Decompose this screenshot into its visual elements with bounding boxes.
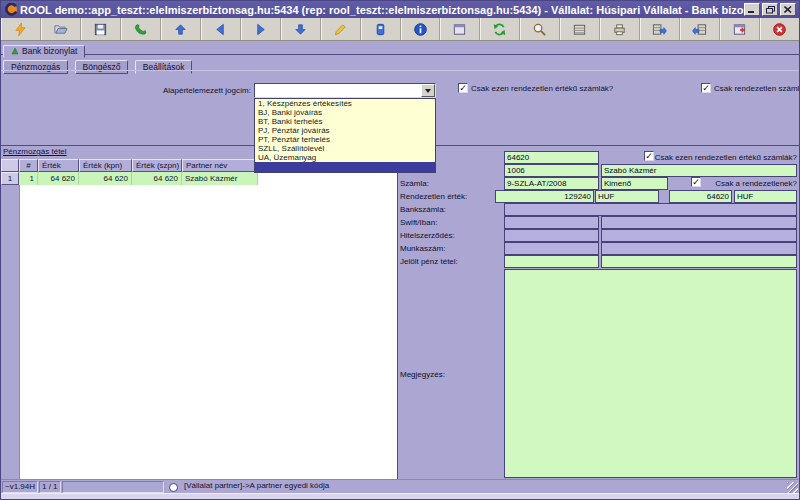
save-button[interactable] bbox=[81, 18, 121, 40]
status-hint: [Vállalat partner]->A partner egyedi kód… bbox=[182, 481, 783, 493]
refresh-icon bbox=[492, 22, 507, 37]
resize-grip[interactable] bbox=[787, 482, 798, 493]
arrow-left-icon bbox=[213, 22, 228, 37]
title-bar[interactable]: ROOL demo::app_teszt::elelmiszerbiztonsa… bbox=[1, 1, 799, 18]
szamla-direction-field[interactable]: Kimenő bbox=[601, 177, 668, 190]
check-mark-icon: ✓ bbox=[459, 83, 467, 93]
hitelszerzodes-field-1[interactable] bbox=[504, 229, 599, 242]
dropdown-option[interactable]: PT, Pénztár terhelés bbox=[255, 135, 435, 144]
bankszamla-label: Bankszámla: bbox=[400, 205, 446, 214]
restore-button[interactable] bbox=[762, 3, 778, 16]
megjegyzes-textarea[interactable] bbox=[504, 269, 797, 478]
first-record-button[interactable] bbox=[161, 18, 201, 40]
red-x-icon bbox=[772, 22, 787, 37]
window-bottom-edge bbox=[1, 493, 799, 500]
rendezetlen-currency1-field[interactable]: HUF bbox=[595, 190, 659, 203]
app-icon bbox=[5, 3, 18, 16]
partner-code-field[interactable]: 1006 bbox=[504, 164, 599, 177]
info-icon bbox=[413, 22, 428, 37]
arrow-down-icon bbox=[293, 22, 308, 37]
cell-ertek-kpn: 64 620 bbox=[79, 172, 132, 185]
jelolt-penz-field-2[interactable] bbox=[601, 255, 797, 268]
import-button[interactable] bbox=[680, 18, 720, 40]
ertek-field[interactable]: 64620 bbox=[504, 151, 599, 164]
hitelszerzodes-label: Hitelszerződés: bbox=[400, 231, 455, 240]
open-button[interactable] bbox=[41, 18, 81, 40]
megjegyzes-label: Megjegyzés: bbox=[400, 370, 445, 379]
close-button[interactable] bbox=[780, 3, 796, 16]
table-row[interactable]: 1 1 64 620 64 620 64 620 Szabó Kázmér bbox=[1, 172, 397, 185]
minimize-button[interactable] bbox=[744, 3, 760, 16]
default-title-combobox[interactable] bbox=[254, 83, 436, 98]
close-icon bbox=[784, 6, 792, 13]
content-area: Pénzmozgás tétel # Érték Érték (kpn) Ért… bbox=[1, 145, 799, 479]
column-header-ertek[interactable]: Érték bbox=[38, 159, 79, 172]
execute-button[interactable] bbox=[1, 18, 41, 40]
accept-button[interactable] bbox=[121, 18, 161, 40]
bankszamla-field[interactable] bbox=[504, 203, 797, 216]
cell-ertek-szpn: 64 620 bbox=[132, 172, 182, 185]
only-unsettled-checkbox[interactable]: ✓ bbox=[701, 83, 711, 93]
row-header-cell[interactable]: 1 bbox=[1, 172, 19, 185]
dropdown-option[interactable]: BT, Banki terhelés bbox=[255, 117, 435, 126]
restore-icon bbox=[766, 6, 775, 14]
rendezetlen-value1-field[interactable]: 129240 bbox=[495, 190, 594, 203]
status-radio-button[interactable] bbox=[169, 483, 178, 492]
penzmozgas-tetel-grid: Pénzmozgás tétel # Érték Érték (kpn) Ért… bbox=[1, 146, 397, 480]
jelolt-penz-field-1[interactable] bbox=[504, 255, 599, 268]
rendezetlen-value2-field[interactable]: 64620 bbox=[669, 190, 732, 203]
window-title: ROOL demo::app_teszt::elelmiszerbiztonsa… bbox=[20, 4, 744, 16]
table-export-icon bbox=[652, 22, 667, 37]
export-button[interactable] bbox=[640, 18, 680, 40]
previous-record-button[interactable] bbox=[201, 18, 241, 40]
new-window-button[interactable] bbox=[720, 18, 760, 40]
info-button[interactable] bbox=[401, 18, 441, 40]
exit-button[interactable] bbox=[760, 18, 799, 40]
dropdown-option-selected[interactable] bbox=[255, 162, 435, 172]
szamla-field[interactable]: 9-SZLA-AT/2008 bbox=[504, 177, 599, 190]
edit-button[interactable] bbox=[321, 18, 361, 40]
list-button[interactable] bbox=[560, 18, 600, 40]
tab-icon bbox=[11, 47, 19, 55]
dropdown-option[interactable]: UA, Üzemanyag bbox=[255, 153, 435, 162]
search-button[interactable] bbox=[520, 18, 560, 40]
column-header-ertek-szpn[interactable]: Érték (szpn) bbox=[132, 159, 182, 172]
pencil-icon bbox=[333, 22, 348, 37]
swift-label: Swift/Iban: bbox=[400, 218, 437, 227]
dropdown-option[interactable]: SZLL, Szállítólevél bbox=[255, 144, 435, 153]
delete-button[interactable] bbox=[361, 18, 401, 40]
partner-name-field[interactable]: Szabó Kázmér bbox=[601, 164, 797, 177]
swift-field-2[interactable] bbox=[601, 216, 797, 229]
last-record-button[interactable] bbox=[281, 18, 321, 40]
dropdown-option[interactable]: 1, Készpénzes értékesítés bbox=[255, 99, 435, 108]
search-icon bbox=[532, 22, 547, 37]
check-mark-icon: ✓ bbox=[702, 83, 710, 93]
form-button[interactable] bbox=[440, 18, 480, 40]
only-unsettled-checkbox-label: Csak rendezetlen számlák? bbox=[714, 84, 800, 93]
column-header-partner[interactable]: Partner név bbox=[182, 159, 258, 172]
grid-body[interactable] bbox=[1, 185, 397, 480]
swift-field-1[interactable] bbox=[504, 216, 599, 229]
dropdown-option[interactable]: BJ, Banki jóváírás bbox=[255, 108, 435, 117]
window-tab-strip: Bank bizonylat bbox=[1, 40, 799, 55]
row-header-column bbox=[1, 185, 20, 480]
jogcim-dropdown-list: 1, Készpénzes értékesítés BJ, Banki jóvá… bbox=[254, 98, 436, 173]
munkaszam-field-1[interactable] bbox=[504, 242, 599, 255]
record-counter: 1 / 1 bbox=[39, 481, 61, 493]
application-window: ROOL demo::app_teszt::elelmiszerbiztonsa… bbox=[0, 0, 800, 500]
dropdown-option[interactable]: PJ, Pénztár jóváírás bbox=[255, 126, 435, 135]
munkaszam-field-2[interactable] bbox=[601, 242, 797, 255]
column-header-ertek-kpn[interactable]: Érték (kpn) bbox=[79, 159, 132, 172]
rendezetlen-currency2-field[interactable]: HUF bbox=[734, 190, 797, 203]
combobox-dropdown-button[interactable] bbox=[421, 84, 435, 97]
hitelszerzodes-field-2[interactable] bbox=[601, 229, 797, 242]
next-record-button[interactable] bbox=[241, 18, 281, 40]
only-value-checkbox[interactable]: ✓ bbox=[458, 83, 468, 93]
szamla-label: Számla: bbox=[400, 179, 429, 188]
refresh-button[interactable] bbox=[480, 18, 520, 40]
cell-ertek: 64 620 bbox=[38, 172, 79, 185]
cell-partner: Szabó Kázmér bbox=[182, 172, 258, 185]
print-button[interactable] bbox=[600, 18, 640, 40]
column-header-index[interactable]: # bbox=[19, 159, 38, 172]
rendezetlen-label: Rendezetlen érték: bbox=[400, 192, 467, 201]
